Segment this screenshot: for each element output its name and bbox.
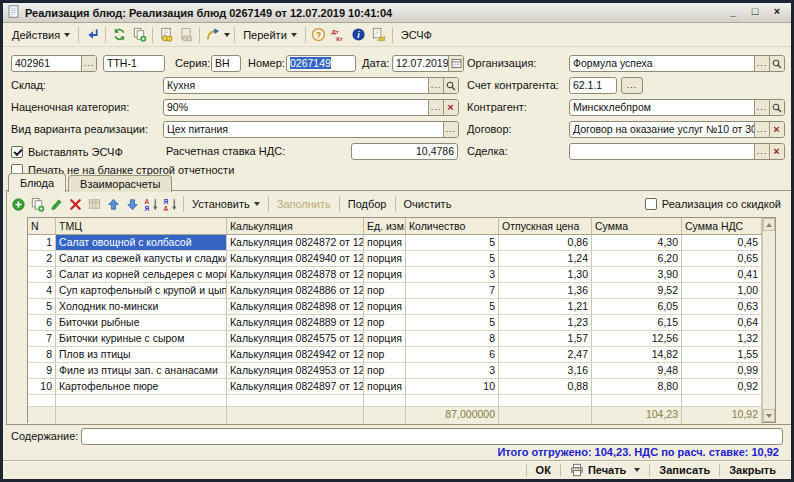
sort-desc-button[interactable]: ЯА — [161, 195, 180, 214]
cell-qty[interactable]: 5 — [406, 315, 499, 331]
cell-vat[interactable]: 0,92 — [682, 379, 762, 395]
cell-tmc[interactable]: Филе из птицы зап. с ананасами — [56, 363, 227, 379]
content-field[interactable] — [81, 428, 783, 445]
cell-price[interactable]: 1,30 — [499, 267, 592, 283]
delete-row-button[interactable] — [66, 195, 85, 214]
cell-vat[interactable]: 1,32 — [682, 331, 762, 347]
cell-vat[interactable]: 0,41 — [682, 267, 762, 283]
post-document-button[interactable] — [156, 25, 176, 45]
ellipsis-button[interactable]: ... — [428, 78, 443, 93]
ellipsis-button[interactable]: ... — [754, 122, 769, 137]
cell-tmc[interactable]: Салат из корней сельдерея с морков... — [56, 267, 227, 283]
cell-qty[interactable]: 7 — [406, 283, 499, 299]
goto-menu[interactable]: Перейти — [238, 25, 302, 45]
form-type-field[interactable]: ТТН-1 — [103, 55, 165, 72]
cell-sum[interactable]: 3,90 — [592, 267, 682, 283]
ellipsis-button[interactable]: ... — [754, 56, 769, 71]
cell-calc[interactable]: Калькуляция 0824872 от 12... — [227, 235, 364, 251]
posting-result-button[interactable]: ДтКт — [329, 25, 349, 45]
cell-sum[interactable]: 6,15 — [592, 315, 682, 331]
cell-unit[interactable]: пор — [364, 363, 406, 379]
cell-n[interactable]: 4 — [28, 283, 56, 299]
cell-n[interactable]: 8 — [28, 347, 56, 363]
cell-qty[interactable]: 8 — [406, 331, 499, 347]
close-button[interactable]: × — [769, 5, 785, 20]
ellipsis-button[interactable]: ... — [443, 122, 458, 137]
cell-n[interactable]: 7 — [28, 331, 56, 347]
info-button[interactable]: i — [349, 25, 369, 45]
discount-checkbox[interactable]: Реализация со скидкой — [645, 196, 781, 212]
table-row[interactable]: 2 Салат из свежей капусты и сладким ... … — [28, 251, 762, 267]
counterparty-account-field[interactable]: 62.1.1 — [569, 77, 617, 94]
cell-calc[interactable]: Калькуляция 0824953 от 12... — [227, 363, 364, 379]
organization-field[interactable]: Формула успеха ... — [569, 55, 785, 72]
eschf-button[interactable]: ЭСЧФ — [396, 25, 437, 45]
help-button[interactable]: ? — [309, 25, 329, 45]
save-document-button[interactable] — [82, 25, 102, 45]
cell-calc[interactable]: Калькуляция 0824942 от 12... — [227, 347, 364, 363]
move-down-button[interactable] — [123, 195, 142, 214]
cell-n[interactable]: 5 — [28, 299, 56, 315]
cell-sum[interactable]: 14,82 — [592, 347, 682, 363]
cell-tmc[interactable]: Картофельное пюре — [56, 379, 227, 395]
cell-calc[interactable]: Калькуляция 0824889 от 12... — [227, 315, 364, 331]
clear-button[interactable]: × — [443, 100, 458, 115]
tab-dishes[interactable]: Блюда — [8, 173, 66, 192]
cell-price[interactable]: 3,16 — [499, 363, 592, 379]
cell-price[interactable]: 1,24 — [499, 251, 592, 267]
checkbox-unchecked-icon[interactable] — [645, 198, 657, 210]
cell-tmc[interactable]: Суп картофельный с крупой и цыплят... — [56, 283, 227, 299]
cell-unit[interactable]: пор — [364, 283, 406, 299]
cell-unit[interactable]: пор — [364, 315, 406, 331]
realization-kind-field[interactable]: Цех питания ... — [163, 121, 459, 138]
number-field[interactable]: 0267149 — [286, 55, 356, 72]
ok-button[interactable]: ОК — [527, 462, 560, 478]
cell-unit[interactable]: порция — [364, 251, 406, 267]
maximize-button[interactable]: □ — [747, 5, 763, 20]
cell-vat[interactable]: 0,45 — [682, 235, 762, 251]
deal-field[interactable]: ... × — [569, 143, 785, 160]
calendar-button[interactable] — [448, 56, 463, 71]
cell-vat[interactable]: 0,65 — [682, 251, 762, 267]
ellipsis-button[interactable]: ... — [428, 100, 443, 115]
cell-tmc[interactable]: Биточки рыбные — [56, 315, 227, 331]
series-field[interactable]: ВН — [211, 55, 241, 72]
cell-calc[interactable]: Калькуляция 0824897 от 12... — [227, 379, 364, 395]
cell-unit[interactable]: порция — [364, 379, 406, 395]
cell-sum[interactable]: 4,30 — [592, 235, 682, 251]
contract-field[interactable]: Договор на оказание услуг №10 от 30.07.2… — [569, 121, 785, 138]
cell-calc[interactable]: Калькуляция 0824940 от 12... — [227, 251, 364, 267]
cell-qty[interactable]: 5 — [406, 235, 499, 251]
table-row[interactable]: 1 Салат овощной с колбасой Калькуляция 0… — [28, 235, 762, 251]
scroll-up-button[interactable] — [763, 218, 775, 231]
markup-category-field[interactable]: 90% ... × — [163, 99, 459, 116]
table-row[interactable]: 7 Биточки куриные с сыром Калькуляция 08… — [28, 331, 762, 347]
cell-tmc[interactable]: Салат из свежей капусты и сладким ... — [56, 251, 227, 267]
cell-n[interactable]: 1 — [28, 235, 56, 251]
cell-calc[interactable]: Калькуляция 0824886 от 12... — [227, 283, 364, 299]
cell-unit[interactable]: порция — [364, 299, 406, 315]
cell-vat[interactable]: 0,63 — [682, 299, 762, 315]
open-button[interactable] — [769, 100, 784, 115]
cell-sum[interactable]: 6,05 — [592, 299, 682, 315]
cell-sum[interactable]: 12,56 — [592, 331, 682, 347]
fill-button[interactable]: Заполнить — [272, 194, 336, 214]
cell-tmc[interactable]: Плов из птицы — [56, 347, 227, 363]
checkbox-checked-icon[interactable] — [11, 146, 23, 158]
cell-unit[interactable]: порция — [364, 235, 406, 251]
cell-qty[interactable]: 5 — [406, 251, 499, 267]
cell-qty[interactable]: 10 — [406, 379, 499, 395]
ellipsis-button[interactable]: ... — [754, 144, 769, 159]
cell-sum[interactable]: 9,48 — [592, 363, 682, 379]
open-button[interactable] — [769, 56, 784, 71]
cell-qty[interactable]: 3 — [406, 363, 499, 379]
clear-button[interactable]: × — [769, 122, 784, 137]
issue-eschf-checkbox[interactable]: Выставлять ЭСЧФ — [11, 144, 123, 160]
cell-unit[interactable]: порция — [364, 331, 406, 347]
cell-price[interactable]: 1,36 — [499, 283, 592, 299]
cell-price[interactable]: 0,86 — [499, 235, 592, 251]
account-ellipsis-button[interactable]: ... — [621, 77, 643, 94]
cell-n[interactable]: 2 — [28, 251, 56, 267]
counterparty-field[interactable]: Минскхлебпром ... — [569, 99, 785, 116]
vat-rate-field[interactable]: 10,4786 — [351, 143, 458, 160]
